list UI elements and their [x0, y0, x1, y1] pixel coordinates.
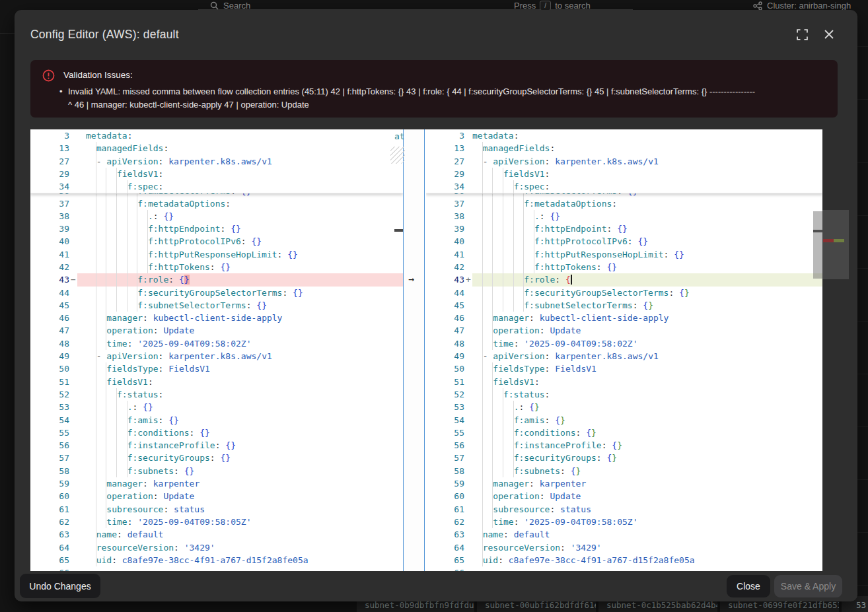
code-line-44: 44 f:securityGroupSelectorTerms: {} [30, 287, 403, 299]
code-line-64: 64 resourceVersion: '3429' [30, 541, 403, 554]
code-line-42: 42 f:httpTokens: {} [426, 261, 822, 273]
code-line-34: 34 f:spec: [30, 180, 403, 193]
original-code-rows: 36 f:amiSelectorTerms: {}37 f:metadataOp… [30, 193, 403, 572]
code-line-43: 43+ f:role: { [426, 273, 822, 286]
code-line-56: 56 f:instanceProfile: {} [426, 439, 822, 452]
code-line-43: 43− f:role: {} [30, 273, 403, 286]
code-line-66: 66spec: [30, 566, 403, 571]
code-line-38: 38 .: {} [426, 210, 822, 222]
error-icon [42, 69, 55, 82]
code-line-61: 61 subresource: status [426, 503, 822, 516]
code-line-53: 53 .: {} [426, 401, 822, 413]
code-line-54: 54 f:amis: {} [426, 414, 822, 426]
code-line-64: 64 resourceVersion: '3429' [426, 541, 822, 554]
close-icon [824, 29, 834, 40]
fullscreen-button[interactable] [797, 29, 810, 42]
modified-scrollbar-marker [813, 230, 822, 232]
code-line-41: 41 f:httpPutResponseHopLimit: {} [426, 248, 822, 261]
alert-line-1: Invalid YAML: missed comma between flow … [68, 86, 755, 96]
close-dialog-button[interactable]: Close [727, 575, 770, 597]
slash-key-badge: / [540, 1, 551, 11]
code-line-55: 55 f:conditions: {} [30, 426, 403, 439]
config-editor-dialog: Config Editor (AWS): default Validation … [15, 10, 857, 601]
code-line-63: 63 name: default [426, 528, 822, 541]
code-line-58: 58 f:subnets: {} [426, 465, 822, 477]
code-line-49: 49 - apiVersion: karpenter.k8s.aws/v1 [30, 350, 403, 362]
background-divider [0, 33, 15, 34]
modified-scrollbar-slider[interactable] [813, 211, 822, 279]
code-line-13: 13 managedFields: [30, 142, 403, 154]
code-line-46: 46 manager: kubectl-client-side-apply [30, 312, 403, 324]
alert-line-2: ^ 46 | manager: kubectl-client-side-appl… [68, 100, 309, 110]
clipped-text-artifact: at [394, 131, 405, 141]
cluster-label: Cluster: anirban-singh [767, 1, 851, 11]
code-line-59: 59 manager: karpenter [30, 477, 403, 490]
overview-ruler[interactable] [822, 129, 849, 571]
alert-message: • Invalid YAML: missed comma between flo… [68, 85, 828, 112]
alert-heading: Validation Issues: [63, 70, 133, 80]
code-line-53: 53 .: {} [30, 401, 403, 413]
code-line-27: 27 - apiVersion: karpenter.k8s.aws/v1 [426, 155, 822, 168]
revert-change-arrow[interactable]: → [408, 273, 414, 286]
code-line-49: 49 - apiVersion: karpenter.k8s.aws/v1 [426, 350, 822, 362]
text-cursor [571, 275, 572, 285]
code-line-48: 48 time: '2025-09-04T09:58:02Z' [30, 337, 403, 350]
fullscreen-icon [797, 29, 808, 40]
to-search-text: to search [555, 1, 590, 11]
code-line-39: 39 f:httpEndpoint: {} [426, 222, 822, 235]
code-line-45: 45 f:subnetSelectorTerms: {} [30, 299, 403, 312]
code-line-65: 65 uid: c8afe97e-38cc-4f91-a767-d15f2a8f… [426, 554, 822, 566]
code-line-40: 40 f:httpProtocolIPv6: {} [30, 235, 403, 248]
code-line-51: 51 fieldsV1: [426, 376, 822, 388]
cluster-icon [753, 1, 762, 11]
code-line-57: 57 f:securityGroups: {} [426, 452, 822, 464]
code-line-27: 27 - apiVersion: karpenter.k8s.aws/v1 [30, 155, 403, 168]
code-line-48: 48 time: '2025-09-04T09:58:02Z' [426, 337, 822, 350]
code-line-60: 60 operation: Update [30, 490, 403, 502]
code-line-13: 13 managedFields: [426, 142, 822, 154]
search-shortcut-hint: Press / to search [514, 1, 591, 11]
yaml-diff-editor[interactable]: 36 f:amiSelectorTerms: {}37 f:metadataOp… [30, 129, 822, 571]
code-line-60: 60 operation: Update [426, 490, 822, 502]
code-line-50: 50 fieldsType: FieldsV1 [30, 362, 403, 375]
code-line-47: 47 operation: Update [30, 324, 403, 337]
code-line-52: 52 f:status: [426, 388, 822, 401]
code-line-51: 51 fieldsV1: [30, 376, 403, 388]
code-line-55: 55 f:conditions: {} [426, 426, 822, 439]
original-editor-pane[interactable]: 36 f:amiSelectorTerms: {}37 f:metadataOp… [30, 129, 403, 571]
original-scrollbar-marker [394, 229, 403, 232]
modified-code-rows: 36 f:amiSelectorTerms: {}37 f:metadataOp… [426, 193, 822, 572]
modified-sticky-scroll: 3metadata:13 managedFields:27 - apiVersi… [426, 129, 822, 193]
dialog-title: Config Editor (AWS): default [30, 28, 179, 42]
code-line-46: 46 manager: kubectl-client-side-apply [426, 312, 822, 324]
code-line-47: 47 operation: Update [426, 324, 822, 337]
modified-editor-pane[interactable]: 36 f:amiSelectorTerms: {}37 f:metadataOp… [426, 129, 822, 571]
diff-gutter: → [403, 129, 425, 571]
code-line-66: 66spec: [426, 566, 822, 571]
overview-removed-marker [823, 239, 834, 242]
code-line-59: 59 manager: karpenter [426, 477, 822, 490]
undo-changes-button[interactable]: Undo Changes [20, 574, 100, 598]
code-line-61: 61 subresource: status [30, 503, 403, 516]
press-text: Press [514, 1, 536, 11]
bullet: • [59, 85, 63, 98]
close-button[interactable] [824, 29, 837, 42]
folded-region-hatch [390, 147, 405, 164]
code-line-65: 65 uid: c8afe97e-38cc-4f91-a767-d15f2a8f… [30, 554, 403, 566]
overview-slider[interactable] [822, 210, 849, 279]
code-line-29: 29 fieldsV1: [426, 168, 822, 180]
code-line-29: 29 fieldsV1: [30, 168, 403, 180]
search-input[interactable]: Search [210, 1, 250, 11]
code-line-56: 56 f:instanceProfile: {} [30, 439, 403, 452]
code-line-3: 3metadata: [426, 129, 822, 142]
code-line-34: 34 f:spec: [426, 180, 822, 193]
code-line-39: 39 f:httpEndpoint: {} [30, 222, 403, 235]
code-line-50: 50 fieldsType: FieldsV1 [426, 362, 822, 375]
code-line-37: 37 f:metadataOptions: [30, 197, 403, 210]
code-line-40: 40 f:httpProtocolIPv6: {} [426, 235, 822, 248]
background-table-rows [857, 10, 868, 601]
save-apply-button: Save & Apply [774, 575, 842, 597]
cluster-selector[interactable]: Cluster: anirban-singh [753, 1, 851, 11]
code-line-54: 54 f:amis: {} [30, 414, 403, 426]
code-line-58: 58 f:subnets: {} [30, 465, 403, 477]
